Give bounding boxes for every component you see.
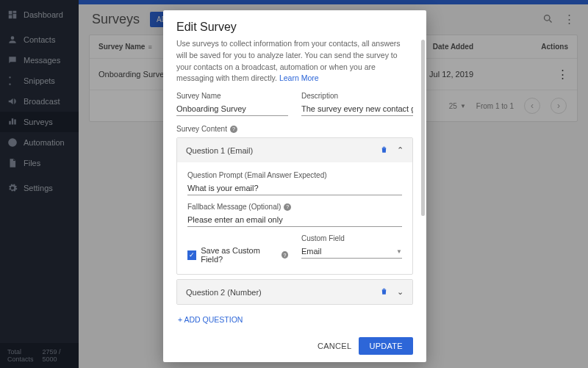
description-label: Description xyxy=(301,92,413,100)
save-custom-field-checkbox[interactable]: ✓ xyxy=(187,250,196,260)
question-title: Question 2 (Number) xyxy=(186,288,262,297)
help-icon[interactable]: ? xyxy=(282,251,288,259)
delete-icon[interactable] xyxy=(380,287,388,297)
prompt-label: Question Prompt (Email Answer Expected) xyxy=(187,171,402,179)
question-card-2: Question 2 (Number) ⌄ xyxy=(176,279,413,305)
modal-title: Edit Survey xyxy=(163,10,426,38)
description-input[interactable] xyxy=(301,102,413,116)
learn-more-link[interactable]: Learn More xyxy=(279,73,319,82)
add-question-button[interactable]: + ADD QUESTION xyxy=(176,309,413,330)
survey-content-label: Survey Content xyxy=(176,125,227,133)
update-button[interactable]: UPDATE xyxy=(359,337,413,355)
custom-field-label: Custom Field xyxy=(301,234,402,242)
fallback-input[interactable] xyxy=(187,213,402,227)
save-custom-field-label: Save as Custom Field? xyxy=(201,246,279,264)
question-1-header[interactable]: Question 1 (Email) ⌃ xyxy=(177,138,412,162)
question-2-header[interactable]: Question 2 (Number) ⌄ xyxy=(177,280,412,304)
delete-icon[interactable] xyxy=(380,145,388,155)
chevron-down-icon: ▼ xyxy=(396,248,402,255)
chevron-down-icon[interactable]: ⌄ xyxy=(397,287,404,297)
modal-help-text: Use surveys to collect information from … xyxy=(176,38,413,84)
edit-survey-modal: Edit Survey Use surveys to collect infor… xyxy=(163,10,426,362)
survey-name-input[interactable] xyxy=(176,102,288,116)
survey-name-label: Survey Name xyxy=(176,92,288,100)
fallback-label: Fallback Message (Optional) xyxy=(187,203,281,211)
question-card-1: Question 1 (Email) ⌃ Question Prompt (Em… xyxy=(176,137,413,275)
cancel-button[interactable]: CANCEL xyxy=(318,342,351,350)
chevron-up-icon[interactable]: ⌃ xyxy=(397,145,404,155)
help-icon[interactable]: ? xyxy=(284,203,291,211)
help-icon[interactable]: ? xyxy=(230,126,237,133)
question-title: Question 1 (Email) xyxy=(186,146,253,155)
custom-field-select[interactable]: Email▼ xyxy=(301,245,402,259)
modal-scrollbar[interactable] xyxy=(421,40,425,330)
prompt-input[interactable] xyxy=(187,181,402,195)
